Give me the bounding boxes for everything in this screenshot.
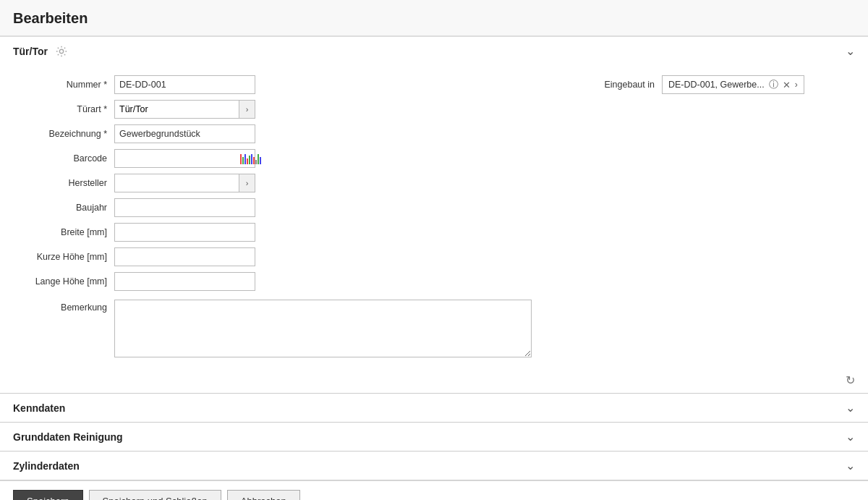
form-row-breite: Breite [mm] — [13, 223, 532, 242]
form-row-kurze-hohe: Kurze Höhe [mm] — [13, 247, 532, 266]
kurze-hohe-input[interactable] — [114, 247, 255, 266]
barcode-input-wrap — [114, 149, 255, 168]
save-button[interactable]: Speichern — [13, 490, 83, 500]
chevron-down-icon-kenndaten: ⌄ — [846, 401, 855, 415]
nummer-input[interactable] — [114, 75, 255, 94]
eingebaut-value: DE-DD-001, Gewerbe... — [668, 80, 765, 90]
barcode-label: Barcode — [13, 153, 107, 164]
form-row-turart: Türart › — [13, 100, 532, 119]
chevron-up-icon: ⌄ — [846, 44, 855, 58]
turart-input-wrap: › — [114, 100, 255, 119]
section-grunddaten: Grunddaten Reinigung ⌄ — [0, 423, 868, 452]
kurze-hohe-label: Kurze Höhe [mm] — [13, 252, 107, 262]
bemerkung-label: Bemerkung — [13, 302, 107, 313]
section-kenndaten: Kenndaten ⌄ — [0, 394, 868, 423]
lange-hohe-label: Lange Höhe [mm] — [13, 276, 107, 287]
section-header-kenndaten[interactable]: Kenndaten ⌄ — [0, 394, 868, 422]
footer-bar: Speichern Speichern und Schließen Abbrec… — [0, 480, 868, 500]
breite-input[interactable] — [114, 223, 255, 242]
form-row-eingebaut: Eingebaut in DE-DD-001, Gewerbe... ⓘ ✕ › — [561, 75, 855, 94]
section-header-left-grunddaten: Grunddaten Reinigung — [13, 431, 123, 443]
breite-label: Breite [mm] — [13, 227, 107, 237]
section-header-left-kenndaten: Kenndaten — [13, 402, 65, 414]
section-header-left-zylinderdaten: Zylinderdaten — [13, 460, 80, 472]
hersteller-input[interactable] — [115, 174, 239, 192]
section-title-tur-tor: Tür/Tor — [13, 46, 48, 57]
baujahr-input[interactable] — [114, 198, 255, 217]
bemerkung-textarea[interactable] — [114, 300, 532, 357]
form-row-bezeichnung: Bezeichnung — [13, 124, 532, 143]
section-header-tur-tor[interactable]: Tür/Tor ⌄ — [0, 37, 868, 65]
chip-arrow-icon[interactable]: › — [795, 80, 798, 90]
form-row-nummer: Nummer — [13, 75, 532, 94]
chevron-down-icon-zylinderdaten: ⌄ — [846, 459, 855, 473]
turart-arrow-btn[interactable]: › — [239, 101, 255, 118]
bezeichnung-label: Bezeichnung — [13, 129, 107, 139]
page-header: Bearbeiten — [0, 0, 868, 37]
baujahr-label: Baujahr — [13, 203, 107, 213]
section-title-zylinderdaten: Zylinderdaten — [13, 460, 80, 472]
hersteller-label: Hersteller — [13, 178, 107, 188]
section-title-kenndaten: Kenndaten — [13, 402, 65, 414]
form-row-barcode: Barcode — [13, 149, 532, 168]
section-tur-tor: Tür/Tor ⌄ Nummer Türart — [0, 37, 868, 394]
eingebaut-in-label: Eingebaut in — [561, 80, 655, 90]
turart-label: Türart — [13, 104, 107, 114]
chevron-down-icon-grunddaten: ⌄ — [846, 430, 855, 444]
form-row-baujahr: Baujahr — [13, 198, 532, 217]
form-row-bemerkung: Bemerkung — [13, 300, 532, 357]
section-body-tur-tor: Nummer Türart › Bezeichnung Barcode — [0, 65, 868, 370]
section-footer-tur-tor: ↻ — [0, 370, 868, 393]
bezeichnung-input[interactable] — [114, 124, 255, 143]
section-header-zylinderdaten[interactable]: Zylinderdaten ⌄ — [0, 452, 868, 480]
right-column: Eingebaut in DE-DD-001, Gewerbe... ⓘ ✕ › — [561, 75, 855, 357]
barcode-input[interactable] — [115, 150, 237, 167]
chip-info-icon[interactable]: ⓘ — [769, 78, 778, 91]
nummer-label: Nummer — [13, 80, 107, 90]
turart-input[interactable] — [115, 101, 239, 118]
left-column: Nummer Türart › Bezeichnung Barcode — [13, 75, 532, 357]
hersteller-arrow-btn[interactable]: › — [239, 174, 255, 192]
form-grid: Nummer Türart › Bezeichnung Barcode — [13, 75, 855, 357]
section-header-left: Tür/Tor — [13, 45, 68, 58]
gear-icon[interactable] — [55, 45, 68, 58]
form-row-lange-hohe: Lange Höhe [mm] — [13, 272, 532, 291]
section-header-grunddaten[interactable]: Grunddaten Reinigung ⌄ — [0, 423, 868, 451]
save-close-button[interactable]: Speichern und Schließen — [89, 490, 221, 500]
hersteller-input-wrap: › — [114, 174, 255, 192]
cancel-button[interactable]: Abbrechen — [227, 490, 300, 500]
svg-point-0 — [59, 49, 63, 53]
barcode-icon — [237, 151, 264, 166]
lange-hohe-input[interactable] — [114, 272, 255, 291]
undo-icon[interactable]: ↻ — [846, 373, 855, 387]
form-row-hersteller: Hersteller › — [13, 174, 532, 192]
eingebaut-chip: DE-DD-001, Gewerbe... ⓘ ✕ › — [662, 75, 804, 94]
chip-close-icon[interactable]: ✕ — [783, 80, 791, 90]
section-title-grunddaten: Grunddaten Reinigung — [13, 431, 123, 443]
page-title: Bearbeiten — [13, 10, 855, 27]
section-zylinderdaten: Zylinderdaten ⌄ — [0, 452, 868, 480]
